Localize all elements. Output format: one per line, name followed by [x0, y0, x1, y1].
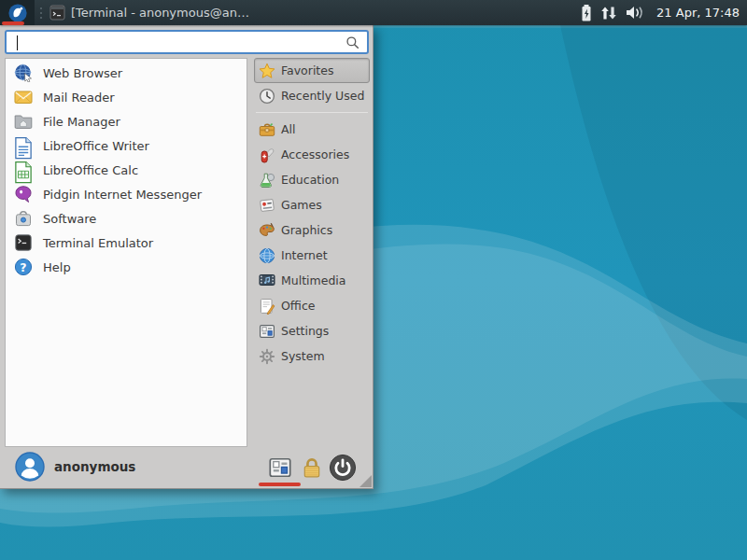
- help-icon: ?: [14, 258, 33, 276]
- palette-icon: [259, 222, 275, 239]
- toolbox-icon: [259, 121, 275, 138]
- annotation-underline: [2, 21, 24, 25]
- volume-icon[interactable]: [625, 5, 647, 21]
- swiss-knife-icon: [259, 147, 275, 163]
- user-avatar-button[interactable]: [15, 452, 45, 482]
- games-icon: [259, 197, 275, 214]
- top-panel: [Terminal - anonymous@an… 21 Apr, 17:48: [0, 0, 747, 25]
- panel-separator-handle: [40, 7, 42, 19]
- category-item-label: Education: [281, 173, 339, 187]
- writer-icon: [14, 136, 33, 155]
- terminal-app-icon: [14, 233, 33, 252]
- pidgin-icon: [14, 185, 33, 203]
- history-clock-icon: [259, 88, 275, 105]
- category-item-multimedia[interactable]: Multimedia: [254, 268, 370, 293]
- app-item-label: Software: [43, 212, 96, 226]
- system-tray: [580, 4, 647, 22]
- file-manager-icon: [14, 112, 33, 131]
- app-item-label: Web Browser: [43, 66, 122, 80]
- app-item-label: Pidgin Internet Messenger: [43, 188, 202, 202]
- category-separator: [256, 112, 368, 113]
- search-input[interactable]: [7, 32, 345, 52]
- category-item-system[interactable]: System: [254, 343, 370, 369]
- multimedia-icon: [259, 273, 275, 289]
- category-item-internet[interactable]: Internet: [254, 243, 370, 268]
- annotation-underline: [259, 483, 301, 486]
- category-item-graphics[interactable]: Graphics: [254, 217, 370, 243]
- app-item-label: Terminal Emulator: [43, 236, 153, 250]
- network-arrows-icon[interactable]: [599, 6, 618, 21]
- app-item-label: LibreOffice Writer: [43, 139, 149, 153]
- category-item-label: Favorites: [281, 63, 333, 77]
- category-item-label: All: [281, 122, 296, 136]
- battery-icon[interactable]: [580, 4, 593, 22]
- category-item-recently-used[interactable]: Recently Used: [254, 83, 370, 108]
- app-item-terminal-emulator[interactable]: Terminal Emulator: [6, 231, 247, 255]
- app-item-software[interactable]: Software: [6, 206, 247, 231]
- lock-screen-button[interactable]: [301, 456, 323, 479]
- app-item-pidgin-internet-messenger[interactable]: Pidgin Internet Messenger: [6, 182, 247, 206]
- desktop: [Terminal - anonymous@an… 21 Apr, 17:48 …: [0, 0, 747, 560]
- username-label: anonymous: [54, 459, 135, 474]
- app-item-file-manager[interactable]: File Manager: [6, 109, 247, 133]
- app-item-libreoffice-writer[interactable]: LibreOffice Writer: [6, 133, 247, 158]
- app-item-mail-reader[interactable]: Mail Reader: [6, 85, 247, 109]
- app-item-label: Mail Reader: [43, 91, 115, 105]
- category-item-education[interactable]: Education: [254, 167, 370, 192]
- app-item-web-browser[interactable]: Web Browser: [6, 61, 247, 85]
- category-item-label: Internet: [281, 248, 328, 262]
- category-item-label: Graphics: [281, 223, 332, 237]
- globe-icon: [259, 247, 275, 264]
- star-icon: [259, 63, 275, 79]
- category-item-label: Accessories: [281, 147, 349, 161]
- all-settings-button[interactable]: [268, 455, 292, 480]
- taskbar-window-title: [Terminal - anonymous@an…: [71, 6, 249, 20]
- app-item-label: LibreOffice Calc: [43, 163, 138, 177]
- category-item-accessories[interactable]: Accessories: [254, 142, 370, 167]
- terminal-window-icon: [49, 5, 65, 21]
- app-item-label: File Manager: [43, 115, 120, 129]
- flask-icon: [259, 172, 275, 189]
- app-item-label: Help: [43, 260, 71, 274]
- favorites-application-list: Web BrowserMail ReaderFile ManagerLibreO…: [5, 58, 247, 447]
- menu-footer: anonymous: [0, 447, 373, 488]
- settings-toggles-icon: [259, 323, 275, 340]
- category-item-games[interactable]: Games: [254, 192, 370, 217]
- category-item-all[interactable]: All: [254, 117, 370, 142]
- gear-icon: [259, 348, 275, 365]
- panel-clock[interactable]: 21 Apr, 17:48: [656, 6, 740, 20]
- category-list: FavoritesRecently UsedAllAccessoriesEduc…: [254, 58, 370, 369]
- svg-text:?: ?: [20, 260, 26, 274]
- log-out-button[interactable]: [329, 454, 357, 482]
- web-browser-icon: [14, 63, 33, 82]
- category-item-label: Settings: [281, 324, 329, 338]
- category-item-label: Office: [281, 299, 316, 313]
- search-icon: [345, 35, 359, 49]
- office-icon: [259, 298, 275, 315]
- whisker-menu-icon: [7, 3, 28, 23]
- category-item-office[interactable]: Office: [254, 293, 370, 318]
- category-item-settings[interactable]: Settings: [254, 318, 370, 343]
- app-item-libreoffice-calc[interactable]: LibreOffice Calc: [6, 158, 247, 182]
- text-caret: [17, 35, 18, 50]
- category-item-label: Multimedia: [281, 273, 346, 287]
- resize-grip[interactable]: [359, 475, 372, 487]
- taskbar-window-button[interactable]: [Terminal - anonymous@an…: [48, 0, 257, 25]
- applications-menu-button[interactable]: [0, 0, 35, 25]
- search-box: [5, 30, 369, 54]
- software-icon: [14, 209, 33, 228]
- app-item-help[interactable]: ?Help: [6, 255, 247, 279]
- category-item-favorites[interactable]: Favorites: [254, 58, 370, 83]
- category-item-label: Games: [281, 198, 322, 212]
- category-item-label: System: [281, 349, 325, 363]
- calc-icon: [14, 161, 33, 179]
- category-item-label: Recently Used: [281, 89, 364, 103]
- whisker-menu: Web BrowserMail ReaderFile ManagerLibreO…: [0, 25, 374, 489]
- mail-reader-icon: [14, 88, 33, 106]
